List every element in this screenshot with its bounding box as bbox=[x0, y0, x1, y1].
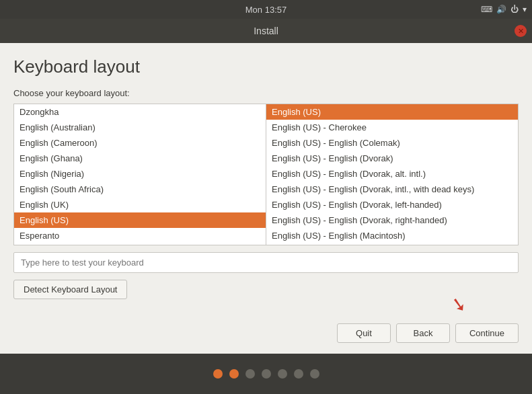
progress-dot-5 bbox=[294, 369, 303, 379]
layout-list-right[interactable]: English (US)English (US) - CherokeeEngli… bbox=[266, 104, 519, 245]
top-bar-icons: ⌨ 🔊 ⏻ ▾ bbox=[481, 5, 527, 14]
progress-dot-0 bbox=[213, 369, 223, 379]
arrow-indicator: ➘ bbox=[449, 292, 467, 316]
list-item[interactable]: English (US) bbox=[266, 104, 518, 120]
list-item[interactable]: English (US) bbox=[14, 212, 266, 228]
bottom-nav: Quit Back Continue bbox=[13, 323, 519, 346]
keyboard-icon: ⌨ bbox=[481, 5, 492, 14]
layout-list-left[interactable]: DzongkhaEnglish (Australian)English (Cam… bbox=[13, 104, 266, 245]
progress-dot-1 bbox=[229, 369, 239, 379]
choose-label: Choose your keyboard layout: bbox=[13, 88, 519, 98]
list-item[interactable]: English (US) - English (Dvorak, alt. int… bbox=[266, 166, 518, 182]
close-button[interactable]: ✕ bbox=[515, 25, 527, 37]
detect-row: Detect Keyboard Layout ➘ bbox=[13, 280, 519, 299]
progress-dot-6 bbox=[310, 369, 319, 379]
progress-dot-2 bbox=[245, 369, 255, 379]
top-bar: Mon 13:57 ⌨ 🔊 ⏻ ▾ bbox=[0, 0, 532, 19]
list-item[interactable]: English (Australian) bbox=[14, 120, 266, 135]
list-item[interactable]: English (US) - English (Dvorak, intl., w… bbox=[266, 182, 518, 197]
install-window: Install ✕ Keyboard layout Choose your ke… bbox=[0, 19, 532, 354]
list-item[interactable]: English (South Africa) bbox=[14, 182, 266, 197]
back-button[interactable]: Back bbox=[396, 323, 450, 343]
window-title: Install bbox=[254, 26, 278, 36]
list-item[interactable]: English (Nigeria) bbox=[14, 166, 266, 182]
title-bar: Install ✕ bbox=[0, 19, 532, 43]
list-item[interactable]: English (US) - English (Colemak) bbox=[266, 135, 518, 151]
list-item[interactable]: English (US) - English (Macintosh) bbox=[266, 228, 518, 243]
keyboard-test-input[interactable] bbox=[13, 252, 519, 273]
detect-keyboard-button[interactable]: Detect Keyboard Layout bbox=[13, 280, 127, 299]
quit-button[interactable]: Quit bbox=[337, 323, 391, 343]
page-title: Keyboard layout bbox=[13, 56, 519, 77]
list-item[interactable]: English (US) - English (Dvorak, left-han… bbox=[266, 197, 518, 212]
list-item[interactable]: Dzongkha bbox=[14, 104, 266, 120]
keyboard-lists: DzongkhaEnglish (Australian)English (Cam… bbox=[13, 104, 519, 245]
clock: Mon 13:57 bbox=[245, 5, 287, 15]
progress-dot-4 bbox=[278, 369, 287, 379]
list-item[interactable]: English (US) - Cherokee bbox=[266, 120, 518, 135]
list-item[interactable]: English (UK) bbox=[14, 197, 266, 212]
volume-icon: 🔊 bbox=[496, 5, 506, 14]
progress-dot-3 bbox=[262, 369, 271, 379]
list-item[interactable]: English (Ghana) bbox=[14, 151, 266, 166]
list-item[interactable]: English (US) - English (Dvorak, right-ha… bbox=[266, 212, 518, 228]
continue-button[interactable]: Continue bbox=[455, 323, 519, 343]
list-item[interactable]: English (US) - English (Dvorak) bbox=[266, 151, 518, 166]
menu-icon: ▾ bbox=[523, 5, 527, 14]
power-icon: ⏻ bbox=[510, 5, 519, 14]
list-item[interactable]: English (Cameroon) bbox=[14, 135, 266, 151]
content-area: Keyboard layout Choose your keyboard lay… bbox=[0, 43, 532, 354]
list-item[interactable]: Esperanto bbox=[14, 228, 266, 243]
progress-dots bbox=[213, 354, 319, 394]
test-input-row bbox=[13, 252, 519, 273]
